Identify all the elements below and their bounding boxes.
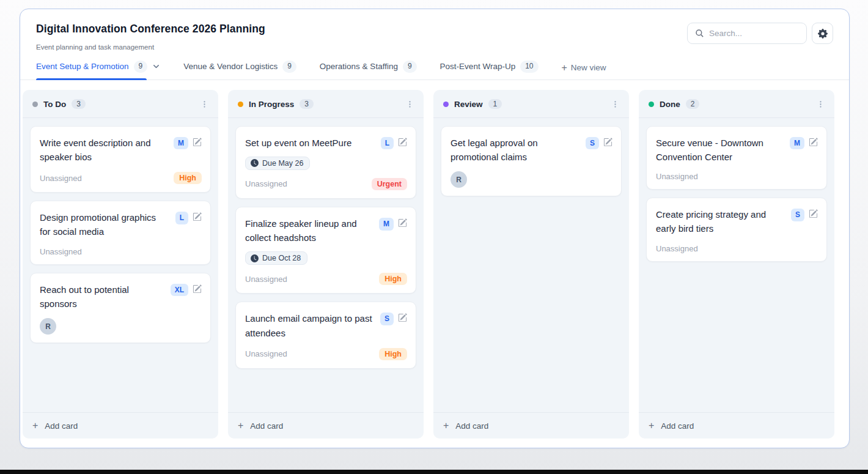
header-actions [687, 23, 833, 44]
tab-post-event-wrap-up[interactable]: Post-Event Wrap-Up 10 [440, 61, 539, 80]
size-badge: L [175, 212, 188, 224]
task-card[interactable]: Design promotional graphics for social m… [30, 201, 211, 265]
panel-header: Digital Innovation Conference 2026 Plann… [20, 9, 849, 51]
add-card-button[interactable]: + Add card [228, 412, 424, 439]
settings-button[interactable] [812, 23, 833, 44]
clock-icon [251, 159, 259, 167]
add-card-button[interactable]: + Add card [639, 412, 834, 439]
tab-count-badge: 9 [134, 61, 148, 73]
edit-icon[interactable] [398, 218, 407, 228]
edit-icon[interactable] [193, 284, 202, 294]
status-dot [443, 102, 449, 107]
column-menu-icon[interactable] [815, 99, 826, 109]
search-box[interactable] [687, 23, 807, 44]
due-date-pill: Due May 26 [245, 157, 310, 170]
chevron-down-icon[interactable] [152, 62, 160, 70]
column-to-do: To Do 3 Write event description and spea… [23, 90, 218, 439]
column-review: Review 1 Get legal approval on promotion… [433, 90, 629, 439]
add-card-label: Add card [661, 421, 694, 431]
task-card[interactable]: Get legal approval on promotional claims… [441, 126, 622, 197]
tab-operations-staffing[interactable]: Operations & Staffing 9 [320, 61, 417, 80]
avatar[interactable]: R [40, 318, 56, 335]
column-in-progress: In Progress 3 Set up event on MeetPure L [228, 90, 424, 439]
status-dot [32, 102, 38, 107]
column-name: Review [454, 100, 483, 109]
avatar[interactable]: R [451, 171, 467, 188]
task-card[interactable]: Secure venue - Downtown Convention Cente… [646, 126, 827, 190]
tab-label: Venue & Vendor Logistics [183, 62, 278, 71]
column-menu-icon[interactable] [199, 99, 210, 109]
new-view-button[interactable]: + New view [562, 63, 606, 80]
edit-icon[interactable] [809, 137, 818, 147]
card-list: Get legal approval on promotional claims… [433, 118, 629, 412]
assignee-label: Unassigned [656, 244, 698, 253]
size-badge: M [379, 218, 394, 231]
assignee-label: Unassigned [245, 275, 287, 284]
new-view-label: New view [571, 63, 606, 72]
add-card-button[interactable]: + Add card [433, 412, 629, 439]
column-name: In Progress [249, 100, 294, 109]
app-panel: Digital Innovation Conference 2026 Plann… [20, 9, 850, 448]
edit-icon[interactable] [603, 137, 612, 147]
assignee-label: Unassigned [656, 172, 698, 181]
size-badge: L [381, 137, 394, 150]
status-dot [649, 102, 654, 107]
column-header: To Do 3 [23, 90, 218, 118]
card-title: Create pricing strategy and early bird t… [656, 207, 785, 236]
due-date-pill: Due Oct 28 [245, 251, 307, 265]
plus-icon: + [443, 421, 449, 431]
column-menu-icon[interactable] [405, 99, 415, 109]
priority-badge: High [379, 348, 407, 360]
tab-label: Operations & Staffing [320, 62, 398, 71]
assignee-label: Unassigned [40, 174, 82, 183]
column-name: Done [660, 100, 680, 109]
add-card-label: Add card [45, 421, 78, 431]
edit-icon[interactable] [193, 212, 202, 221]
column-count-badge: 3 [300, 99, 314, 109]
search-input[interactable] [709, 29, 799, 38]
task-card[interactable]: Launch email campaign to past attendees … [235, 302, 416, 369]
column-name: To Do [43, 100, 66, 109]
column-header: In Progress 3 [228, 90, 424, 118]
size-badge: S [380, 313, 394, 325]
column-count-badge: 3 [72, 99, 86, 109]
tab-label: Event Setup & Promotion [36, 62, 129, 71]
task-card[interactable]: Reach out to potential sponsors XL R [30, 273, 211, 344]
plus-icon: + [649, 421, 654, 431]
card-title: Set up event on MeetPure [245, 136, 351, 150]
edit-icon[interactable] [398, 137, 407, 147]
priority-badge: High [379, 273, 407, 285]
column-menu-icon[interactable] [610, 99, 620, 109]
card-title: Finalize speaker lineup and collect head… [245, 217, 373, 245]
add-card-button[interactable]: + Add card [23, 412, 218, 439]
card-list: Set up event on MeetPure L Due May 26 [228, 118, 424, 412]
card-title: Reach out to potential sponsors [40, 283, 164, 311]
card-list: Write event description and speaker bios… [23, 118, 218, 412]
card-title: Design promotional graphics for social m… [40, 210, 169, 239]
edit-icon[interactable] [398, 313, 407, 322]
view-tabs: Event Setup & Promotion 9 Venue & Vendor… [20, 61, 849, 80]
plus-icon: + [238, 421, 243, 431]
tab-count-badge: 9 [403, 61, 417, 73]
task-card[interactable]: Write event description and speaker bios… [30, 126, 211, 193]
due-date-label: Due May 26 [262, 159, 303, 168]
column-header: Done 2 [639, 90, 834, 118]
assignee-label: Unassigned [245, 179, 287, 188]
clock-icon [251, 254, 259, 262]
column-count-badge: 2 [686, 99, 700, 109]
task-card[interactable]: Finalize speaker lineup and collect head… [235, 207, 416, 294]
task-card[interactable]: Set up event on MeetPure L Due May 26 [235, 126, 416, 199]
column-header: Review 1 [433, 90, 629, 118]
edit-icon[interactable] [193, 137, 202, 147]
card-title: Write event description and speaker bios [40, 136, 167, 165]
kanban-board: To Do 3 Write event description and spea… [20, 80, 849, 448]
page-title: Digital Innovation Conference 2026 Plann… [36, 23, 265, 35]
tab-event-setup-promotion[interactable]: Event Setup & Promotion 9 [36, 61, 160, 80]
size-badge: M [174, 137, 188, 150]
edit-icon[interactable] [809, 209, 818, 218]
due-date-label: Due Oct 28 [262, 254, 301, 262]
add-card-label: Add card [455, 421, 488, 431]
task-card[interactable]: Create pricing strategy and early bird t… [646, 198, 827, 262]
tab-venue-vendor-logistics[interactable]: Venue & Vendor Logistics 9 [183, 61, 296, 80]
plus-icon: + [32, 421, 38, 431]
